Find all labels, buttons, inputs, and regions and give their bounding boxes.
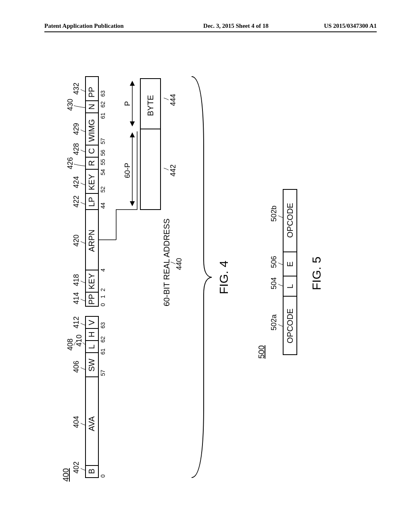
label-422: 422: [72, 195, 80, 208]
arpn-connector: [98, 131, 137, 240]
field-KEY: KEY: [87, 273, 96, 289]
label-418: 418: [72, 274, 80, 286]
field-H: H: [87, 332, 96, 337]
label-412: 412: [72, 316, 80, 328]
field-L5: L: [286, 284, 294, 289]
label-424: 424: [72, 176, 80, 188]
field-N: N: [87, 104, 96, 110]
d0-bit61: 61: [100, 348, 106, 355]
svg-marker-19: [130, 122, 134, 126]
field-WIMG: WIMG: [87, 119, 96, 142]
d1-bit61: 61: [100, 112, 106, 119]
label-432: 432: [72, 83, 80, 95]
label-440: 440: [175, 258, 183, 270]
svg-marker-17: [130, 133, 134, 137]
label-502b: 502b: [270, 206, 278, 222]
field-PP: PP: [87, 294, 96, 305]
fig5-leaders: [278, 216, 283, 326]
label-408: 408: [66, 339, 74, 351]
d1-bit0: 0: [100, 303, 106, 306]
label-504: 504: [270, 277, 278, 289]
label-420: 420: [72, 235, 80, 247]
d1-bit4: 4: [100, 268, 106, 272]
label-502a: 502a: [270, 314, 278, 330]
range-60p: 60-P: [123, 163, 131, 178]
label-410: 410: [75, 335, 83, 347]
field-V: V: [87, 320, 96, 325]
fig5-caption: FIG. 5: [310, 257, 323, 290]
field-B: B: [87, 469, 96, 474]
field-LP: LP: [87, 197, 96, 207]
dword1-box: [86, 77, 98, 306]
dword1-leaders: [74, 89, 86, 301]
header-left: Patent Application Publication: [44, 23, 124, 29]
label-406: 406: [72, 361, 80, 373]
label-426: 426: [66, 157, 74, 169]
label-429: 429: [72, 123, 80, 135]
range-arrows: [130, 81, 134, 206]
d1-bit44: 44: [100, 202, 106, 209]
field-R: R: [87, 160, 96, 166]
label-414: 414: [72, 292, 80, 304]
fig4-brace: [192, 77, 212, 478]
d1-bit63: 63: [100, 90, 106, 97]
byte-field: BYTE: [146, 95, 155, 116]
range-p: P: [123, 101, 131, 106]
d0-bit0: 0: [100, 474, 106, 478]
page: Patent Application Publication Dec. 3, 2…: [0, 0, 413, 532]
d0-bit63: 63: [100, 322, 106, 328]
header-center: Dec. 3, 2015 Sheet 4 of 18: [179, 23, 269, 29]
realaddr-text: 60-BIT REAL ADDRESS: [162, 218, 171, 306]
field-E: E: [286, 262, 294, 267]
header-rule: [44, 31, 377, 32]
d1-bit56: 56: [100, 150, 106, 156]
field-PP2: PP: [87, 87, 96, 98]
label-444: 444: [169, 94, 177, 106]
diagram-area: 400 402 404 406 408 410 412: [44, 60, 367, 488]
fig4-dword0: 402 404 406 408 410 412: [66, 316, 106, 478]
d0-bit57: 57: [100, 370, 106, 376]
d0-bit62: 62: [100, 336, 106, 343]
d1-bit2: 2: [100, 288, 106, 291]
d1-bit62: 62: [100, 101, 106, 108]
label-430: 430: [66, 99, 74, 111]
label-506: 506: [270, 256, 278, 268]
field-L: L: [87, 345, 96, 349]
label-402: 402: [72, 461, 80, 474]
label-428: 428: [72, 143, 80, 155]
label-404: 404: [72, 416, 80, 428]
label-500: 500: [257, 345, 266, 359]
label-442: 442: [169, 164, 177, 177]
field-C: C: [87, 148, 96, 154]
field-AVA: AVA: [87, 416, 96, 431]
d1-bit52: 52: [100, 186, 106, 193]
field-SW: SW: [87, 359, 96, 372]
d1-bit55: 55: [100, 159, 106, 165]
field-KEY2: KEY: [87, 174, 96, 190]
field-ARPN: ARPN: [87, 229, 96, 252]
svg-marker-20: [130, 81, 134, 85]
field-opcode-b: OPCODE: [286, 203, 294, 238]
d1-bit57: 57: [100, 138, 106, 144]
header-right: US 2015/0347300 A1: [324, 23, 377, 29]
fig4-dword1: 414 418 420 422 424 426 428 429 430 432: [66, 77, 106, 306]
field-opcode-a: OPCODE: [286, 308, 294, 343]
fig4-caption: FIG. 4: [217, 261, 230, 294]
d1-bit54: 54: [100, 169, 106, 175]
header-row: Patent Application Publication Dec. 3, 2…: [44, 23, 377, 29]
label-400: 400: [61, 468, 70, 482]
d1-bit1: 1: [100, 295, 106, 298]
rotated-figure: 400 402 404 406 408 410 412: [44, 60, 367, 488]
svg-marker-16: [130, 202, 134, 206]
